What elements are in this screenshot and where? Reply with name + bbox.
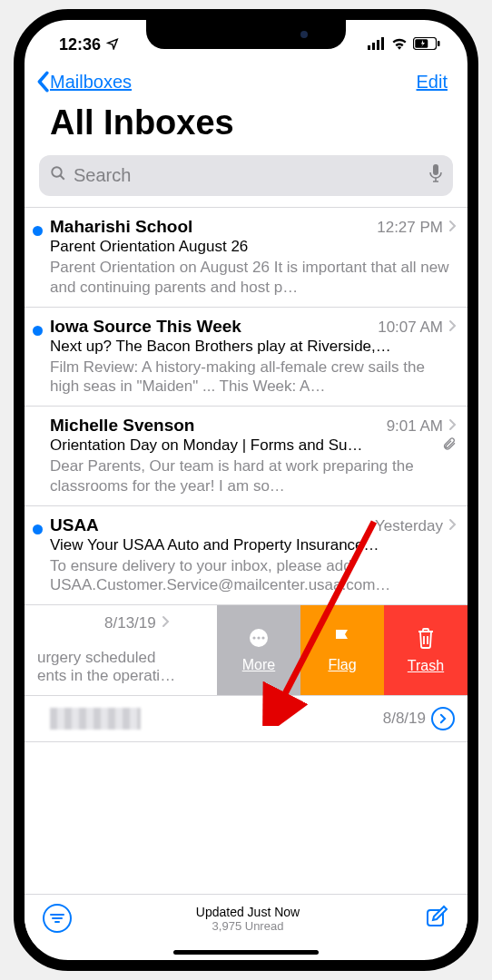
swipe-trash-button[interactable]: Trash xyxy=(384,605,467,695)
more-icon xyxy=(248,627,270,652)
flag-icon xyxy=(332,627,352,652)
svg-rect-0 xyxy=(368,45,370,50)
email-row-swiped[interactable]: 8/13/19 urgery scheduled ents in the ope… xyxy=(25,605,467,696)
email-time: Yesterday xyxy=(375,517,443,535)
svg-rect-6 xyxy=(438,41,440,46)
home-indicator[interactable] xyxy=(173,950,319,955)
email-time: 12:27 PM xyxy=(377,219,443,237)
unread-dot-icon xyxy=(33,326,43,336)
svg-rect-2 xyxy=(377,40,379,50)
svg-point-7 xyxy=(52,167,62,177)
svg-point-14 xyxy=(257,636,260,639)
status-unread: 3,975 Unread xyxy=(196,919,300,933)
email-list: Maharishi School 12:27 PM Parent Orienta… xyxy=(25,207,467,742)
email-time: 10:07 AM xyxy=(378,318,443,337)
chevron-right-icon xyxy=(448,319,457,336)
back-button[interactable]: Mailboxes xyxy=(35,71,132,93)
search-input[interactable]: Search xyxy=(39,155,453,196)
email-subject: Parent Orientation August 26 xyxy=(50,238,457,256)
email-preview: urgery scheduled ents in the operati… xyxy=(37,649,206,685)
email-row[interactable]: USAA Yesterday View Your USAA Auto and P… xyxy=(25,506,467,606)
email-subject: View Your USAA Auto and Property Insuran… xyxy=(50,536,457,554)
trash-icon xyxy=(416,626,436,653)
chevron-right-icon xyxy=(162,615,170,632)
back-label: Mailboxes xyxy=(50,72,132,93)
svg-line-8 xyxy=(60,175,64,180)
compose-button[interactable] xyxy=(424,904,449,933)
svg-rect-3 xyxy=(381,37,384,50)
email-subject: Next up? The Bacon Brothers play at Rive… xyxy=(50,338,457,356)
svg-rect-1 xyxy=(372,43,375,50)
chevron-left-icon xyxy=(35,71,50,93)
email-sender: USAA xyxy=(50,515,99,535)
swipe-trash-label: Trash xyxy=(408,658,444,674)
search-placeholder: Search xyxy=(74,165,422,186)
page-title: All Inboxes xyxy=(25,100,467,155)
attachment-icon xyxy=(442,436,457,455)
unread-dot-icon xyxy=(33,226,43,236)
email-row[interactable]: Michelle Svenson 9:01 AM Orientation Day… xyxy=(25,407,467,506)
email-row[interactable]: Maharishi School 12:27 PM Parent Orienta… xyxy=(25,208,467,308)
redacted-sender xyxy=(50,708,141,730)
nav-bar: Mailboxes Edit xyxy=(25,62,467,100)
swipe-more-label: More xyxy=(242,657,275,673)
email-sender: Michelle Svenson xyxy=(50,416,194,436)
bottom-toolbar: Updated Just Now 3,975 Unread xyxy=(25,894,467,949)
status-time: 12:36 xyxy=(59,35,101,54)
swipe-flag-button[interactable]: Flag xyxy=(300,605,384,695)
wifi-icon xyxy=(391,35,408,54)
email-time: 8/13/19 xyxy=(104,614,156,632)
email-time: 9:01 AM xyxy=(387,417,443,436)
email-subject: Orientation Day on Monday | Forms and Su… xyxy=(50,436,363,455)
status-updated: Updated Just Now xyxy=(196,905,300,919)
svg-point-15 xyxy=(261,636,264,639)
dictate-icon[interactable] xyxy=(429,164,442,187)
unread-dot-icon xyxy=(33,524,43,534)
chevron-right-icon xyxy=(448,220,457,236)
chevron-right-icon xyxy=(448,518,457,534)
location-icon xyxy=(106,35,119,54)
signal-icon xyxy=(368,35,386,54)
swipe-flag-label: Flag xyxy=(328,657,356,673)
email-time: 8/8/19 xyxy=(383,710,426,728)
chevron-right-icon xyxy=(448,418,457,435)
search-icon xyxy=(50,165,66,186)
edit-button[interactable]: Edit xyxy=(417,72,448,93)
filter-button[interactable] xyxy=(43,904,72,933)
svg-rect-9 xyxy=(433,164,438,175)
battery-icon xyxy=(413,35,440,54)
email-sender: Maharishi School xyxy=(50,217,192,237)
info-icon[interactable] xyxy=(431,707,455,730)
email-preview: Parent Orientation on August 26 It is im… xyxy=(50,258,457,298)
email-row[interactable]: Iowa Source This Week 10:07 AM Next up? … xyxy=(25,308,467,407)
svg-point-13 xyxy=(252,636,255,639)
email-preview: Film Review: A history-making all-female… xyxy=(50,358,457,397)
email-preview: To ensure delivery to your inbox, please… xyxy=(50,556,457,596)
swipe-more-button[interactable]: More xyxy=(217,605,300,695)
email-preview: Dear Parents, Our team is hard at work p… xyxy=(50,456,457,496)
email-row-redacted[interactable]: 8/8/19 xyxy=(25,696,467,742)
email-sender: Iowa Source This Week xyxy=(50,317,241,337)
